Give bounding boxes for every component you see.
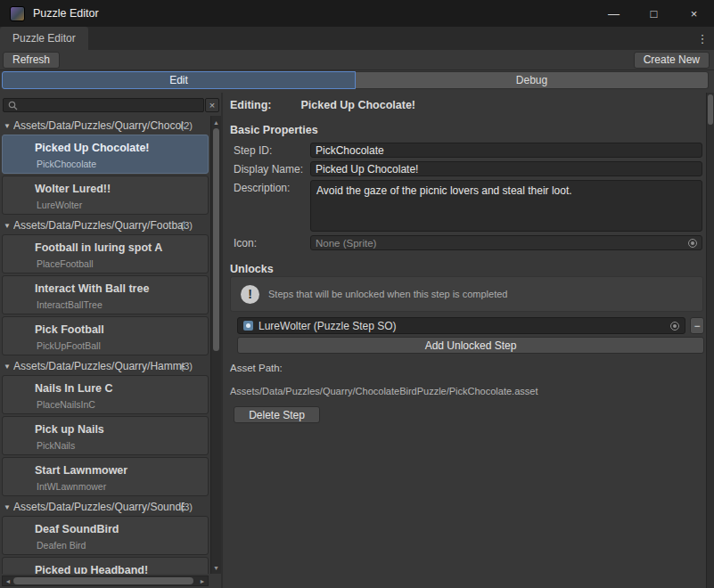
window-scrollbar-thumb[interactable] (708, 94, 713, 125)
list-horizontal-scrollbar[interactable]: ◄ ► (2, 576, 209, 586)
minimize-button[interactable]: — (594, 0, 634, 27)
remove-unlocked-step-button[interactable]: − (690, 317, 704, 334)
group-count: (2) (181, 120, 193, 131)
list-item-title: Picked Up Chocolate! (35, 142, 150, 154)
group-header-label: Assets/Data/Puzzles/Quarry/HammerBi (13, 360, 185, 372)
list-vertical-scrollbar[interactable]: ▲ ▼ (210, 116, 221, 574)
search-bar: × (3, 98, 219, 112)
title-bar: Puzzle Editor — □ × (0, 0, 714, 27)
list-item[interactable]: Deaf SoundBird Deafen Bird (2, 516, 209, 555)
list-item-title: Nails In Lure C (35, 382, 113, 395)
unlocked-step-value: LureWolter (Puzzle Step SO) (259, 320, 670, 332)
object-picker-icon[interactable] (670, 322, 679, 331)
list-item-title: Interact With Ball tree (35, 282, 149, 295)
sidebar: × ▼ Assets/Data/Puzzles/Quarry/Chocolate… (0, 93, 221, 588)
scroll-up-icon[interactable]: ▲ (211, 117, 221, 127)
list-item-subtitle: PickUpFootBall (37, 340, 101, 351)
refresh-button[interactable]: Refresh (3, 52, 60, 69)
list-item-subtitle: LureWolter (37, 200, 82, 210)
window-controls: — □ × (594, 0, 714, 27)
icon-object-value: None (Sprite) (316, 238, 688, 249)
list-item[interactable]: Start Lawnmower IntWLawnmower (2, 457, 209, 496)
group-header-label: Assets/Data/Puzzles/Quarry/SoundBird (13, 501, 185, 513)
list-item[interactable]: Picked up Headband! (2, 557, 209, 574)
scriptable-object-icon (243, 321, 253, 331)
list-item[interactable]: Interact With Ball tree InteractBallTree (2, 275, 209, 314)
list-item[interactable]: Nails In Lure C PlaceNailsInC (2, 375, 209, 414)
info-icon: ! (241, 285, 259, 304)
list-item-subtitle: InteractBallTree (37, 299, 103, 310)
search-icon (8, 101, 18, 110)
scroll-right-icon[interactable]: ► (197, 576, 208, 585)
description-label: Description: (234, 182, 290, 194)
asset-path-value: Assets/Data/Puzzles/Quarry/ChocolateBird… (230, 386, 538, 396)
group-header[interactable]: ▼ Assets/Data/Puzzles/Quarry/HammerBi (3… (0, 358, 210, 374)
list-item[interactable]: Wolter Lured!! LureWolter (2, 176, 209, 215)
editing-label: Editing: (230, 99, 272, 111)
scroll-down-icon[interactable]: ▼ (211, 562, 221, 573)
list-item-subtitle: PlaceNailsInC (37, 399, 95, 410)
mode-tabs: Edit Debug (2, 71, 709, 89)
list-item[interactable]: Picked Up Chocolate! PickChocolate (2, 135, 209, 174)
group-count: (3) (181, 220, 193, 231)
tab-menu-icon[interactable]: ⋮ (695, 31, 710, 45)
window-vertical-scrollbar[interactable] (706, 93, 714, 588)
list-item[interactable]: Pick up Nails PickNails (2, 416, 209, 455)
create-new-button[interactable]: Create New (634, 52, 710, 69)
add-unlocked-step-button[interactable]: Add Unlocked Step (237, 337, 704, 354)
group-header-label: Assets/Data/Puzzles/Quarry/Chocolate (13, 119, 185, 132)
search-input[interactable] (3, 98, 204, 112)
group-count: (3) (181, 502, 193, 512)
icon-label: Icon: (234, 237, 257, 249)
list-item-title: Pick Football (35, 323, 104, 336)
unlocks-info-text: Steps that will be unlocked when this st… (268, 289, 507, 299)
description-field[interactable]: Avoid the gaze of the picnic lovers and … (310, 180, 702, 232)
step-id-field[interactable] (310, 143, 702, 158)
delete-step-button[interactable]: Delete Step (234, 406, 320, 423)
list-item-subtitle: PickNails (37, 440, 75, 451)
unlocks-title: Unlocks (230, 263, 274, 275)
foldout-arrow-icon[interactable]: ▼ (1, 122, 13, 130)
foldout-arrow-icon[interactable]: ▼ (1, 222, 13, 230)
tab-edit[interactable]: Edit (2, 71, 356, 89)
window-title: Puzzle Editor (33, 7, 99, 20)
list-item[interactable]: Football in luring spot A PlaceFootball (2, 234, 209, 274)
step-id-label: Step ID: (234, 144, 272, 157)
puzzle-editor-window: Puzzle Editor — □ × Puzzle Editor ⋮ Refr… (0, 0, 714, 588)
puzzle-step-list: ▼ Assets/Data/Puzzles/Quarry/Chocolate (… (0, 116, 210, 574)
search-clear-button[interactable]: × (205, 98, 219, 112)
scroll-left-icon[interactable]: ◄ (3, 576, 13, 585)
group-header[interactable]: ▼ Assets/Data/Puzzles/Quarry/Chocolate (… (0, 118, 210, 134)
group-header[interactable]: ▼ Assets/Data/Puzzles/Quarry/FootballBir… (0, 217, 210, 233)
list-item-subtitle: PlaceFootball (37, 258, 94, 269)
horizontal-scrollbar-thumb[interactable] (13, 577, 193, 584)
list-item-title: Start Lawnmower (35, 464, 127, 477)
unlocks-info-box: ! Steps that will be unlocked when this … (230, 276, 703, 312)
vertical-scrollbar-thumb[interactable] (213, 128, 219, 351)
tab-strip: Puzzle Editor ⋮ (0, 27, 714, 50)
editing-value: Picked Up Chocolate! (301, 99, 416, 111)
basic-properties-title: Basic Properties (230, 124, 318, 136)
group-header-label: Assets/Data/Puzzles/Quarry/FootballBir (13, 219, 185, 232)
list-item-subtitle: IntWLawnmower (37, 481, 106, 492)
toolbar: Refresh Create New (0, 50, 714, 70)
list-item[interactable]: Pick Football PickUpFootBall (2, 316, 209, 355)
display-name-label: Display Name: (234, 163, 303, 176)
unlocked-step-object-field[interactable]: LureWolter (Puzzle Step SO) (237, 317, 685, 334)
maximize-button[interactable]: □ (634, 0, 674, 27)
foldout-arrow-icon[interactable]: ▼ (1, 503, 13, 511)
list-item-title: Football in luring spot A (35, 241, 162, 254)
object-picker-icon[interactable] (688, 239, 697, 248)
group-header[interactable]: ▼ Assets/Data/Puzzles/Quarry/SoundBird (… (0, 499, 210, 515)
close-button[interactable]: × (674, 0, 714, 27)
display-name-field[interactable] (310, 161, 702, 176)
tab-puzzle-editor[interactable]: Puzzle Editor (0, 27, 88, 50)
foldout-arrow-icon[interactable]: ▼ (1, 363, 13, 371)
editor-panel: Editing: Picked Up Chocolate! Basic Prop… (223, 93, 706, 588)
icon-object-field[interactable]: None (Sprite) (310, 235, 702, 250)
tab-debug[interactable]: Debug (356, 71, 709, 89)
list-item-title: Wolter Lured!! (35, 183, 111, 195)
editing-row: Editing: Picked Up Chocolate! (230, 99, 415, 111)
list-item-title: Picked up Headband! (35, 564, 148, 574)
list-item-title: Deaf SoundBird (35, 523, 119, 535)
